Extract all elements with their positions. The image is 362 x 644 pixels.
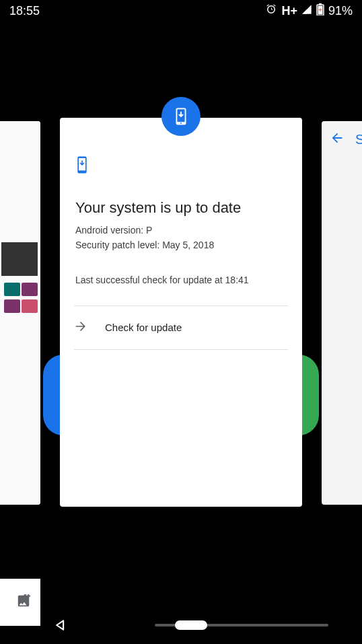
status-icons: H+ + 91% [265,3,353,19]
recent-card-left-text: e res or esome! [0,461,40,521]
app-badge [161,97,201,136]
recent-card-right[interactable]: S S T b W h ri [322,121,362,505]
check-for-update-button[interactable]: Check for update [74,306,288,350]
svg-text:+: + [318,7,322,13]
navigation-bar [0,618,362,632]
network-type-label: H+ [281,4,297,18]
android-version-line: Android version: P [75,225,287,236]
phone-download-icon [171,106,191,127]
add-image-icon[interactable] [16,594,31,611]
svg-rect-1 [319,3,322,5]
status-time: 18:55 [9,4,40,18]
arrow-left-icon[interactable] [330,131,345,148]
security-patch-line: Security patch level: May 5, 2018 [75,240,287,250]
arrow-right-icon [74,320,87,336]
last-check-line: Last successful check for update at 18:4… [75,275,287,285]
alarm-icon [265,3,277,19]
home-pill-track[interactable] [155,624,328,627]
page-title: Your system is up to date [75,199,287,218]
signal-icon [301,4,312,18]
system-update-card: Your system is up to date Android versio… [60,118,302,507]
triangle-back-icon [54,618,67,632]
recent-card-left[interactable] [0,121,40,505]
right-card-body: S T b W h ri [322,157,362,268]
battery-percent: 91% [328,4,353,18]
back-button[interactable] [27,618,94,632]
home-pill[interactable] [175,620,207,630]
right-card-title: S [355,132,362,147]
status-bar: 18:55 H+ + 91% [0,0,362,22]
battery-icon: + [316,3,324,19]
svg-point-6 [180,122,182,124]
check-for-update-label: Check for update [105,322,182,333]
phone-download-icon [75,155,89,177]
